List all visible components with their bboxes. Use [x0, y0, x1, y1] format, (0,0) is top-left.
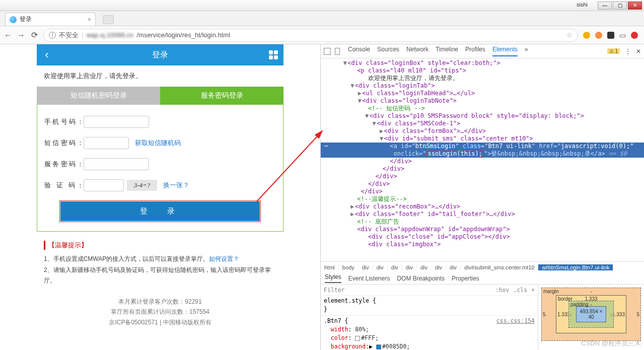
- window-maximize-button[interactable]: ▢: [613, 2, 627, 10]
- url-input[interactable]: i 不安全 | wap.xj.10086.cn/mservice/login/r…: [43, 29, 578, 42]
- window-close-button[interactable]: ✕: [628, 2, 642, 10]
- tab-close-icon[interactable]: ×: [88, 16, 91, 23]
- label-captcha: 验 证 码: [44, 181, 84, 190]
- captcha-input[interactable]: [84, 179, 124, 191]
- devtools-menu-icon[interactable]: ⋮: [625, 48, 631, 55]
- login-button-highlight: 登 录: [59, 200, 261, 222]
- devtools-tab-network[interactable]: Network: [406, 46, 428, 56]
- url-path: /mservice/login/res_ht/login.html: [136, 31, 230, 39]
- browser-tab[interactable]: 登录 ×: [5, 13, 96, 26]
- login-button[interactable]: 登 录: [60, 201, 260, 221]
- devtools-tab-console[interactable]: Console: [348, 46, 370, 56]
- devtools-tab-timeline[interactable]: Timeline: [436, 46, 458, 56]
- styles-tabs: Styles Event Listeners DOM Breakpoints P…: [321, 272, 644, 285]
- page-footer: 本月累计登录客户次数：92291 掌厅所有页面累计访问次数：157554 京IC…: [37, 297, 283, 327]
- url-host: wap.xj.10086.cn: [86, 31, 133, 39]
- favicon-icon: [10, 16, 17, 23]
- tip-item: 2、请输入新疆移动手机号码及验证码，可获得短信随机密码，输入该密码即可登录掌厅。: [44, 265, 276, 287]
- devtools-tab-more[interactable]: »: [525, 46, 528, 56]
- ext-icon[interactable]: [583, 32, 590, 39]
- devtools-tab-elements[interactable]: Elements: [492, 46, 518, 56]
- nav-back-icon[interactable]: ←: [4, 31, 12, 39]
- ext-icon[interactable]: ▭: [619, 31, 626, 39]
- login-tabs: 短信随机密码登录 服务密码登录: [37, 87, 283, 105]
- page-viewport: ‹ 登录 欢迎使用掌上营业厅，请先登录。 短信随机密码登录 服务密码登录 手机号…: [0, 44, 320, 350]
- ext-icon[interactable]: [631, 32, 638, 39]
- devtools-tab-profiles[interactable]: Profiles: [465, 46, 485, 56]
- nav-reload-icon[interactable]: ⟳: [30, 31, 38, 39]
- get-sms-link[interactable]: 获取短信随机码: [135, 138, 181, 148]
- window-minimize-button[interactable]: —: [598, 2, 612, 10]
- ext-icon[interactable]: [595, 32, 602, 39]
- how-to-link[interactable]: 如何设置？: [209, 255, 239, 262]
- page-header: ‹ 登录: [37, 44, 283, 65]
- subtab-props[interactable]: Properties: [452, 275, 479, 282]
- service-pwd-input[interactable]: [84, 158, 149, 170]
- devtools-close-icon[interactable]: ✕: [636, 48, 641, 55]
- back-icon[interactable]: ‹: [37, 48, 57, 61]
- breadcrumb[interactable]: htmlbodydivdivdivdivdivdivdivdiv#submit_…: [321, 261, 644, 272]
- site-info-icon[interactable]: i: [49, 32, 56, 39]
- url-security: 不安全: [59, 31, 79, 40]
- new-tab-button[interactable]: [103, 15, 114, 24]
- welcome-text: 欢迎使用掌上营业厅，请先登录。: [37, 65, 283, 87]
- nav-forward-icon[interactable]: →: [17, 31, 25, 39]
- phone-input[interactable]: [84, 116, 149, 128]
- inspect-icon[interactable]: [324, 48, 331, 55]
- selected-dom-node[interactable]: ⋯ <a id="btnSmsLogin" class="Btn7 ui-lin…: [321, 143, 644, 158]
- tips-title: 【温馨提示】: [44, 241, 276, 250]
- tab-sms-login[interactable]: 短信随机密码登录: [37, 87, 160, 105]
- subtab-styles[interactable]: Styles: [325, 273, 341, 283]
- subtab-listeners[interactable]: Event Listeners: [348, 275, 390, 282]
- tab-title: 登录: [20, 15, 32, 24]
- dom-tree[interactable]: ▼<div class="loginBox" style="clear:both…: [321, 58, 644, 261]
- onclick-highlight: ssoLogin(this);: [426, 150, 484, 158]
- browser-tabstrip: 登录 ×: [0, 11, 644, 26]
- box-model: margin - 5 5 border 1.333 1.333 1.333 pa…: [538, 285, 644, 350]
- sms-input[interactable]: [84, 137, 129, 149]
- address-bar: ← → ⟳ i 不安全 | wap.xj.10086.cn/mservice/l…: [0, 26, 644, 44]
- devtools: Console Sources Network Timeline Profile…: [320, 44, 644, 350]
- label-phone: 手机号码: [44, 117, 84, 126]
- device-icon[interactable]: [335, 48, 340, 55]
- window-user: sishi: [577, 2, 588, 8]
- tip-item: 1、手机设置成CMWAP的接入方式，以后可以直接登录掌厅。如何设置？: [44, 254, 276, 265]
- ext-icon[interactable]: [607, 32, 614, 39]
- subtab-dombp[interactable]: DOM Breakpoints: [397, 275, 445, 282]
- login-form: 手机号码 短信密码获取短信随机码 服务密码 验 证 码3-4=?换一张？ 登 录: [37, 105, 283, 232]
- devtools-toolbar: Console Sources Network Timeline Profile…: [321, 44, 644, 58]
- extensions: ▭: [583, 31, 640, 39]
- page-title: 登录: [57, 50, 263, 60]
- label-service-pwd: 服务密码: [44, 160, 84, 169]
- tab-pwd-login[interactable]: 服务密码登录: [160, 87, 283, 105]
- warning-badge[interactable]: ⚠1: [607, 48, 620, 54]
- captcha-image: 3-4=?: [127, 180, 157, 191]
- menu-icon[interactable]: [263, 50, 283, 59]
- filter-input[interactable]: Filter: [324, 287, 345, 294]
- bookmark-icon[interactable]: ☆: [566, 31, 573, 39]
- tips-section: 【温馨提示】 1、手机设置成CMWAP的接入方式，以后可以直接登录掌厅。如何设置…: [37, 241, 283, 287]
- devtools-tab-sources[interactable]: Sources: [377, 46, 399, 56]
- window-titlebar: sishi — ▢ ✕: [0, 0, 644, 11]
- label-sms: 短信密码: [44, 138, 84, 148]
- styles-panel[interactable]: Filter :hov.cls+ element.style { } css.c…: [321, 285, 538, 350]
- refresh-captcha-link[interactable]: 换一张？: [163, 181, 189, 190]
